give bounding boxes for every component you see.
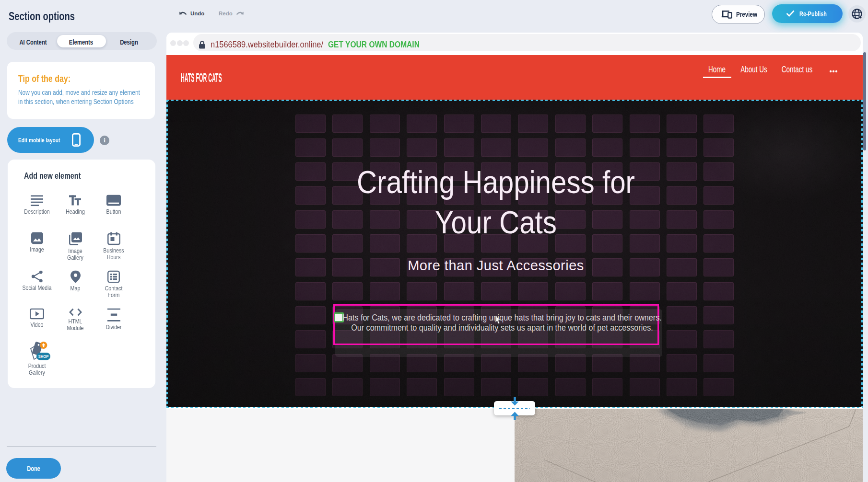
svg-text:SHOP: SHOP <box>38 354 49 359</box>
